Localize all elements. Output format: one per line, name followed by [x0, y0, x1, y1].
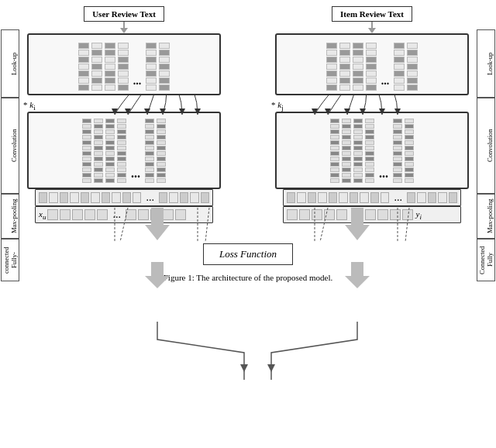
right-label-fc: Fully Connected: [477, 239, 495, 281]
right-label-pool: Max-pooling: [477, 194, 495, 239]
user-lookup-box: ...: [27, 33, 221, 95]
loss-section: Loss Function: [203, 240, 293, 265]
svg-marker-13: [145, 225, 170, 240]
fc-sub-right: i: [419, 213, 422, 221]
item-column: Item Review Text: [256, 6, 488, 223]
kernel-label-left: * ki: [23, 100, 36, 112]
left-label-lookup: Look-up: [1, 29, 19, 98]
diagram-container: Look-up Convolution Max-pooling Fully-co…: [0, 0, 496, 448]
svg-marker-15: [345, 225, 370, 240]
diagram-columns: User Review Text: [8, 0, 488, 223]
user-conv-dots: ...: [131, 167, 140, 184]
item-conv-box: ...: [275, 112, 469, 189]
right-label-lookup: Look-up: [477, 29, 495, 98]
user-fc-box: xu ...: [35, 206, 213, 223]
user-pool-box: ...: [35, 189, 213, 206]
item-conv-dots: ...: [379, 167, 388, 184]
user-word-vectors: ...: [75, 35, 174, 94]
item-lookup-box: ...: [275, 33, 469, 95]
user-dots: ...: [133, 75, 142, 91]
svg-marker-29: [267, 364, 275, 372]
title-to-lookup-arrow-left: [120, 22, 128, 33]
left-label-conv: Convolution: [1, 98, 19, 194]
item-fc-label: yi: [416, 209, 422, 221]
left-labels-col: Look-up Convolution Max-pooling Fully-co…: [1, 29, 19, 281]
item-word-vectors: ...: [323, 35, 422, 94]
user-review-title: User Review Text: [84, 6, 164, 22]
figure-caption: Figure 1: The architecture of the propos…: [148, 273, 349, 282]
item-dots: ...: [381, 75, 390, 91]
item-review-title: Item Review Text: [332, 6, 412, 22]
loss-box: Loss Function: [203, 243, 293, 265]
fc-sub-left: u: [43, 213, 46, 221]
left-label-pool: Max-pooling: [1, 194, 19, 239]
item-pool-dots: ...: [394, 191, 402, 204]
user-fc-label: xu: [39, 209, 46, 221]
loss-label: Loss Function: [219, 248, 277, 260]
kernel-label-right: * kj: [271, 100, 284, 112]
kernel-sub-left: i: [33, 104, 36, 112]
item-fc-dots: ...: [352, 208, 360, 221]
right-label-conv: Convolution: [477, 98, 495, 194]
item-fc-box: ... yi: [283, 206, 461, 223]
left-label-fc: Fully-connected: [1, 239, 19, 281]
svg-marker-28: [240, 364, 248, 372]
item-pool-box: ...: [283, 189, 461, 206]
right-labels-col: Look-up Convolution Max-pooling Fully Co…: [477, 29, 495, 281]
user-pool-dots: ...: [146, 191, 154, 204]
title-to-lookup-arrow-right: [368, 22, 376, 33]
svg-marker-27: [345, 276, 370, 288]
user-column: User Review Text: [8, 6, 240, 223]
user-fc-dots: ...: [112, 208, 121, 221]
kernel-sub-right: j: [281, 104, 284, 112]
svg-rect-26: [351, 262, 363, 276]
user-conv-box: ...: [27, 112, 221, 189]
